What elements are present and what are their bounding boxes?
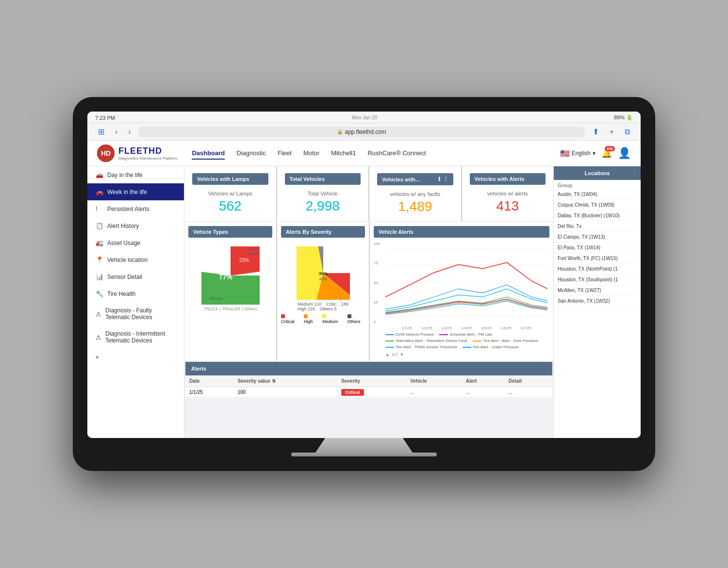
sidebar-item-persistent-alerts[interactable]: ! Persistent Alerts: [87, 200, 184, 217]
notification-button[interactable]: 🔔 100: [601, 148, 612, 159]
dvir-label: DVIR Defects Present: [396, 332, 433, 337]
chart-alerts-severity: Alerts By Severity: [277, 222, 369, 361]
location-elcampo[interactable]: El Campo, TX (1W13): [554, 232, 641, 243]
ios-plus-button[interactable]: +: [607, 127, 617, 137]
high-dot: [304, 314, 308, 318]
address-bar[interactable]: 🔒 app.fleethd.com: [139, 127, 585, 137]
sidebar-item-tire-health[interactable]: 🔧 Tire Health: [87, 285, 184, 302]
stat-value-alerts-vehicles: 413: [470, 198, 546, 214]
y-25: 25: [374, 300, 380, 305]
sidebar-item-alert-history[interactable]: 📋 Alert History: [87, 217, 184, 234]
nav-fleet[interactable]: Fleet: [278, 147, 292, 160]
locations-group-label: Group: [554, 180, 641, 189]
nav-dashboard[interactable]: Dashboard: [192, 147, 225, 160]
col-severity-value[interactable]: Severity value ⇅: [234, 375, 338, 387]
y-50: 50: [374, 281, 380, 285]
header-right: 🇺🇸 English ▾ 🔔 100 👤: [560, 147, 631, 160]
vehicle-types-note: TRUCK | TRAILER | Others: [203, 307, 257, 311]
chevron-up-icon[interactable]: ▲: [385, 352, 390, 357]
location-austin[interactable]: Austin, TX (1W04): [554, 189, 641, 200]
alerts-table-header: Alerts: [185, 362, 552, 375]
stat-card-faults: Vehicles with... ℹ ⋮ vehicles w/ any fau…: [369, 166, 461, 221]
location-fortworth[interactable]: Fort Worth, TX (FC) (1W15): [554, 253, 641, 264]
ios-back-button[interactable]: ‹: [112, 127, 120, 137]
sidebar-label-persistent: Persistent Alerts: [107, 206, 149, 212]
language-selector[interactable]: 🇺🇸 English ▾: [560, 149, 596, 158]
chevron-down-icon[interactable]: ▼: [399, 352, 404, 357]
chart-header-alerts-severity: Alerts By Severity: [281, 226, 365, 238]
location-elpaso[interactable]: El Paso, TX (1W14): [554, 243, 641, 253]
row-severity: Critical: [337, 387, 406, 398]
location-sanantonio[interactable]: San Antonio, TX (1W32): [554, 296, 641, 307]
chart-vehicle-alerts: Vehicle Alerts 100 75 50 25 0: [370, 222, 553, 361]
x-1: 1/1/25: [401, 326, 412, 330]
over-pressure-color: [473, 341, 481, 341]
stat-header-lamps: Vehicles with Lamps: [192, 173, 268, 185]
schedule-label: Schedule Alert - PM Late: [449, 332, 493, 337]
svg-text:HD: HD: [101, 149, 111, 157]
location-dallas[interactable]: Dallas, TX (Buckner) (1W10): [554, 211, 641, 221]
car-active-icon: 🚗: [96, 188, 103, 195]
sidebar-item-day-in-life[interactable]: 🚗 Day in the life: [87, 166, 184, 183]
location-houston-south[interactable]: Houston, TX (Southpoint) (1: [554, 275, 641, 285]
legend-telematics: Telematics Alert - Telematics Device Fau…: [385, 339, 467, 343]
row-alert: ...: [462, 387, 505, 398]
alerts-table: Date Severity value ⇅ Severity Vehicle A…: [185, 375, 552, 398]
row-vehicle: ...: [406, 387, 462, 398]
x-2: 1/2/25: [421, 326, 432, 330]
severity-side-labels: Medium 110 Critic... 189 High 225 Others…: [298, 302, 348, 311]
device-stand: [315, 438, 413, 453]
sidebar-item-asset-usage[interactable]: 🚛 Asset Usage: [87, 234, 184, 251]
vehicle-types-pie-chart: 77% 23% TRUCK TRAILER Others: [201, 246, 260, 305]
info-icon[interactable]: ℹ: [438, 176, 440, 182]
nav-diagnostic[interactable]: Diagnostic: [236, 147, 266, 160]
locations-header: Locations: [554, 166, 641, 180]
medium-dot: [322, 314, 326, 318]
ios-status-bar: 7:23 PM Mon Jan 20 89% 🔋: [87, 112, 641, 123]
col-vehicle: Vehicle: [406, 375, 462, 387]
more-icon[interactable]: ⋮: [443, 176, 448, 182]
nav-rushcare[interactable]: RushCare® Connect: [367, 147, 426, 160]
nav-mitchell[interactable]: Mitchell1: [331, 147, 356, 160]
sidebar-item-sensor-detail[interactable]: 📊 Sensor Detail: [87, 268, 184, 285]
others-dot: [347, 314, 351, 318]
chart-vehicle-types: Vehicle Types 77% 23%: [184, 222, 276, 361]
location-delrio[interactable]: Del Rio, Tx: [554, 221, 641, 232]
chart-pagination: ▲ 1/7 ▼: [376, 351, 547, 357]
legend-under-pressure: Tire Alert - Under Pressure: [463, 345, 519, 349]
stat-header-label-total: Total Vehicles: [290, 176, 325, 182]
logo-title: FLEETHD: [118, 146, 177, 156]
ios-share-button[interactable]: ⬆: [590, 126, 602, 137]
telematics-label: Telematics Alert - Telematics Device Fau…: [396, 339, 467, 343]
user-icon[interactable]: 👤: [618, 147, 631, 160]
tpms-color: [385, 347, 394, 348]
stat-label-alerts-vehicles: vehicles w/ alerts: [470, 191, 546, 196]
location-mcallen[interactable]: McAllen, TX (1W27): [554, 285, 641, 296]
sensor-icon: 📊: [96, 273, 103, 280]
nav-motor[interactable]: Motor: [303, 147, 319, 160]
sidebar-collapse-button[interactable]: «: [87, 349, 184, 365]
location-corpus[interactable]: Corpus Christi, TX (1W09): [554, 200, 641, 211]
sidebar-item-diagnosis-intermittent[interactable]: ⚠ Diagnosis - Intermittent Telematic Dev…: [87, 325, 184, 349]
device-frame: 7:23 PM Mon Jan 20 89% 🔋 ⊞ ‹ › 🔒 app.fle…: [73, 97, 655, 471]
warning-icon-1: ⚠: [96, 310, 101, 318]
y-75: 75: [374, 261, 380, 265]
col-alert: Alert: [462, 375, 505, 387]
sidebar-item-week-in-life[interactable]: 🚗 Week in the life: [87, 183, 184, 200]
content-area: Vehicles with Lamps Vehicles w/ Lamps 56…: [184, 166, 553, 438]
main-nav: Dashboard Diagnostic Fleet Motor Mitchel…: [192, 147, 545, 160]
location-houston-north[interactable]: Houston, TX (NorthPoint) (1: [554, 264, 641, 275]
sidebar-item-diagnosis-faulty[interactable]: ⚠ Diagnosis - Faulty Telematic Devices: [87, 302, 184, 325]
alerts-section: Alerts Date Severity value ⇅ Severity Ve…: [185, 362, 552, 398]
sidebar-item-vehicle-location[interactable]: 📍 Vehicle location: [87, 251, 184, 268]
sidebar-label-day: Day in the life: [107, 172, 143, 179]
ios-forward-button[interactable]: ›: [125, 127, 133, 137]
over-pressure-label: Tire Alert - Alert - Over Pressure: [483, 339, 538, 343]
ios-grid-button[interactable]: ⊞: [95, 126, 107, 137]
charts-row: Vehicle Types 77% 23%: [184, 222, 553, 361]
svg-text:TRUCK: TRUCK: [209, 296, 223, 301]
stat-header-label-lamps: Vehicles with Lamps: [197, 176, 249, 182]
ios-tabs-button[interactable]: ⧉: [622, 127, 633, 137]
language-label: English: [572, 150, 591, 157]
vehicle-types-pie-container: 77% 23% TRUCK TRAILER Others TRUCK | TRA…: [188, 242, 272, 316]
